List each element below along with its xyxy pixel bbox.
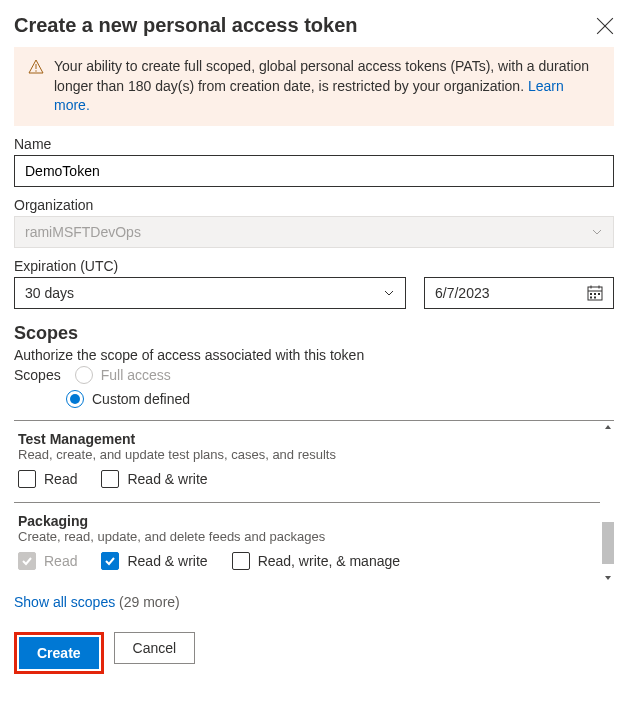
checkbox-tm-read[interactable]: Read: [18, 470, 77, 488]
info-banner: Your ability to create full scoped, glob…: [14, 47, 614, 126]
cancel-button[interactable]: Cancel: [114, 632, 196, 664]
chevron-down-icon: [383, 287, 395, 299]
radio-custom-defined[interactable]: [66, 390, 84, 408]
scope-group-test-management: Test Management Read, create, and update…: [14, 421, 600, 502]
name-label: Name: [14, 136, 614, 152]
svg-point-3: [35, 70, 36, 71]
svg-rect-11: [590, 296, 592, 298]
expiration-label: Expiration (UTC): [14, 258, 614, 274]
show-all-scopes: Show all scopes (29 more): [14, 594, 614, 610]
scopes-heading: Scopes: [14, 323, 614, 344]
expiration-preset-select[interactable]: 30 days: [14, 277, 406, 309]
close-icon[interactable]: [596, 17, 614, 35]
scope-subtitle: Create, read, update, and delete feeds a…: [18, 529, 600, 544]
chevron-down-icon: [591, 226, 603, 238]
expiration-preset-value: 30 days: [25, 285, 74, 301]
checkbox-tm-read-write[interactable]: Read & write: [101, 470, 207, 488]
org-value: ramiMSFTDevOps: [25, 224, 141, 240]
org-label: Organization: [14, 197, 614, 213]
warning-icon: [28, 59, 44, 75]
checkbox-icon: [101, 470, 119, 488]
expiration-date-value: 6/7/2023: [435, 285, 490, 301]
highlight-annotation: Create: [14, 632, 104, 674]
scope-title: Packaging: [18, 513, 600, 529]
show-all-scopes-link[interactable]: Show all scopes: [14, 594, 115, 610]
scopes-label: Scopes: [14, 367, 61, 383]
checkbox-pkg-read: Read: [18, 552, 77, 570]
org-select-disabled: ramiMSFTDevOps: [14, 216, 614, 248]
scope-list: Test Management Read, create, and update…: [14, 420, 614, 584]
radio-full-access: [75, 366, 93, 384]
scope-title: Test Management: [18, 431, 600, 447]
checkbox-pkg-read-write-manage[interactable]: Read, write, & manage: [232, 552, 400, 570]
svg-rect-10: [598, 293, 600, 295]
radio-custom-defined-label[interactable]: Custom defined: [92, 391, 190, 407]
scrollbar[interactable]: [602, 421, 614, 584]
checkbox-icon: [101, 552, 119, 570]
checkbox-pkg-read-write[interactable]: Read & write: [101, 552, 207, 570]
panel-header: Create a new personal access token: [14, 14, 614, 37]
checkbox-icon: [232, 552, 250, 570]
create-button[interactable]: Create: [19, 637, 99, 669]
arrow-down-icon: [603, 573, 613, 583]
name-input[interactable]: [14, 155, 614, 187]
svg-rect-8: [590, 293, 592, 295]
checkbox-icon: [18, 470, 36, 488]
calendar-icon: [587, 285, 603, 301]
scope-group-packaging: Packaging Create, read, update, and dele…: [14, 502, 600, 584]
checkbox-icon: [18, 552, 36, 570]
svg-rect-9: [594, 293, 596, 295]
scrollbar-thumb[interactable]: [602, 522, 614, 564]
scope-subtitle: Read, create, and update test plans, cas…: [18, 447, 600, 462]
scopes-desc: Authorize the scope of access associated…: [14, 347, 614, 363]
radio-full-access-label: Full access: [101, 367, 171, 383]
show-all-scopes-count: (29 more): [119, 594, 180, 610]
arrow-up-icon: [603, 422, 613, 432]
svg-rect-12: [594, 296, 596, 298]
banner-text: Your ability to create full scoped, glob…: [54, 58, 589, 94]
expiration-date-input[interactable]: 6/7/2023: [424, 277, 614, 309]
page-title: Create a new personal access token: [14, 14, 358, 37]
